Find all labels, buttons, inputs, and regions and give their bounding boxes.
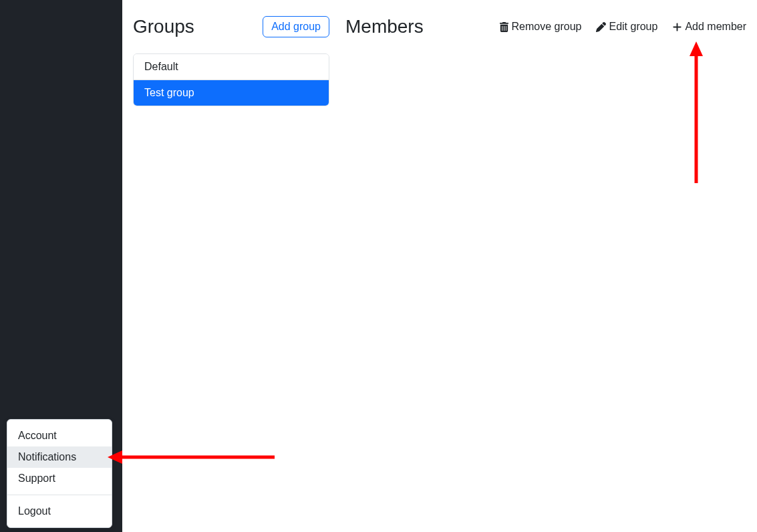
- members-actions: Remove group Edit group Add member: [499, 21, 746, 33]
- main-content: Groups Add group Default Test group Memb…: [122, 0, 757, 532]
- add-group-button[interactable]: Add group: [263, 16, 329, 37]
- user-menu-popup: Account Notifications Support Logout: [7, 419, 112, 528]
- menu-item-notifications[interactable]: Notifications: [7, 446, 112, 468]
- menu-item-support[interactable]: Support: [7, 468, 112, 489]
- edit-group-label: Edit group: [609, 21, 657, 33]
- trash-icon: [499, 22, 509, 32]
- remove-group-label: Remove group: [512, 21, 582, 33]
- menu-divider: [7, 495, 112, 495]
- group-item-default[interactable]: Default: [134, 54, 329, 80]
- groups-header: Groups Add group: [133, 11, 329, 43]
- remove-group-button[interactable]: Remove group: [499, 21, 582, 33]
- members-header: Members Remove group Edit group Add memb…: [345, 11, 746, 43]
- members-panel: Members Remove group Edit group Add memb…: [345, 11, 746, 521]
- add-member-button[interactable]: Add member: [672, 21, 746, 33]
- group-list: Default Test group: [133, 53, 329, 106]
- add-member-label: Add member: [685, 21, 746, 33]
- members-title: Members: [345, 16, 424, 37]
- groups-panel: Groups Add group Default Test group: [133, 11, 329, 521]
- groups-title: Groups: [133, 16, 194, 37]
- menu-item-logout[interactable]: Logout: [7, 501, 112, 522]
- plus-icon: [672, 22, 682, 32]
- pencil-icon: [596, 22, 606, 32]
- group-item-test-group[interactable]: Test group: [134, 80, 329, 106]
- edit-group-button[interactable]: Edit group: [596, 21, 657, 33]
- menu-item-account[interactable]: Account: [7, 425, 112, 446]
